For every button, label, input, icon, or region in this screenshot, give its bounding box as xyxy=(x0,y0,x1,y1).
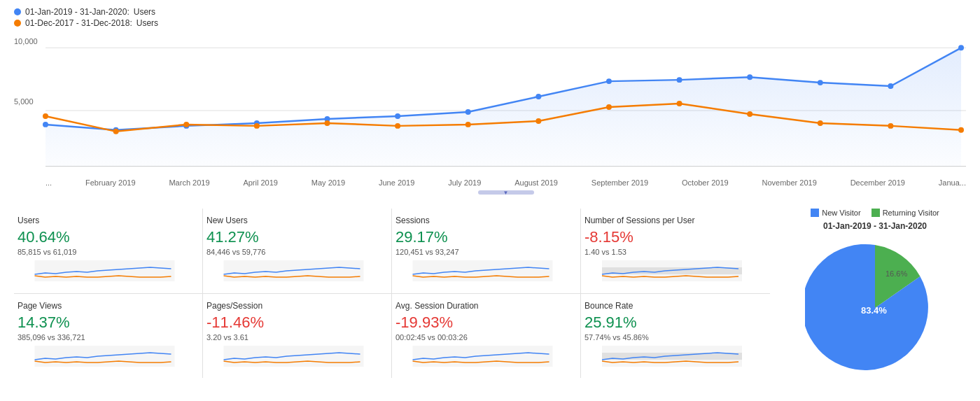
metric-value-2: 29.17% xyxy=(396,228,570,246)
orange-dot xyxy=(677,101,682,106)
x-label-12: Janua... xyxy=(939,178,966,187)
metric-value-1: 41.27% xyxy=(206,228,381,246)
mini-chart-2 xyxy=(396,260,570,281)
orange-dot xyxy=(747,111,752,117)
metric-card-2: Sessions 29.17% 120,451 vs 93,247 xyxy=(392,209,581,294)
metric-title-2: Sessions xyxy=(396,216,570,225)
metric-compare-1: 84,446 vs 59,776 xyxy=(206,248,381,256)
metric-card-7: Bounce Rate 25.91% 57.74% vs 45.86% xyxy=(581,294,770,379)
metric-card-4: Page Views 14.37% 385,096 vs 336,721 xyxy=(14,294,203,379)
orange-dot xyxy=(183,122,189,127)
metric-compare-6: 00:02:45 vs 00:03:26 xyxy=(396,333,570,342)
pie-chart-svg: 83.4% 16.6% xyxy=(805,238,945,378)
orange-dot xyxy=(818,120,823,126)
blue-dot xyxy=(747,74,752,80)
main-chart-svg xyxy=(46,34,966,174)
mini-chart-5 xyxy=(206,346,381,367)
x-label-7: August 2019 xyxy=(514,178,558,187)
pie-legend-new: New Visitor xyxy=(811,209,860,217)
bottom-section: Users 40.64% 85,815 vs 61,019 New Users … xyxy=(0,198,980,388)
pie-chart-container: 83.4% 16.6% xyxy=(805,238,945,378)
blue-dot xyxy=(677,77,682,83)
metric-compare-2: 120,451 vs 93,247 xyxy=(396,248,570,256)
legend-dot-orange xyxy=(14,20,21,27)
metric-card-3: Number of Sessions per User -8.15% 1.40 … xyxy=(581,209,770,294)
pie-legend-returning-dot xyxy=(872,209,880,217)
metric-value-5: -11.46% xyxy=(206,314,381,332)
x-label-4: May 2019 xyxy=(312,178,345,187)
x-label-11: December 2019 xyxy=(850,178,905,187)
orange-dot xyxy=(958,127,964,133)
pie-returning-pct-label: 16.6% xyxy=(886,269,907,278)
pie-legend: New Visitor Returning Visitor xyxy=(811,209,939,217)
mini-chart-container-7 xyxy=(584,346,760,369)
metric-compare-0: 85,815 vs 61,019 xyxy=(18,248,192,256)
blue-area xyxy=(46,48,961,166)
orange-dot xyxy=(606,104,612,110)
mini-chart-0 xyxy=(18,260,192,281)
pie-legend-returning-label: Returning Visitor xyxy=(883,209,939,217)
metric-card-6: Avg. Session Duration -19.93% 00:02:45 v… xyxy=(392,294,581,379)
metric-title-5: Pages/Session xyxy=(206,301,381,311)
blue-dot xyxy=(888,83,893,89)
x-label-5: June 2019 xyxy=(379,178,414,187)
blue-dot xyxy=(43,122,48,127)
legend-label-2: 01-Dec-2017 - 31-Dec-2018: xyxy=(25,18,132,28)
x-label-1: February 2019 xyxy=(85,178,136,187)
metric-card-5: Pages/Session -11.46% 3.20 vs 3.61 xyxy=(203,294,392,379)
mini-chart-6 xyxy=(396,346,570,367)
mini-chart-container-2 xyxy=(396,260,570,283)
metric-value-7: 25.91% xyxy=(584,314,760,332)
orange-dot xyxy=(465,122,471,127)
metric-title-1: New Users xyxy=(206,216,381,225)
orange-dot xyxy=(536,118,541,124)
legend-series-1: Users xyxy=(134,7,155,17)
pie-legend-new-dot xyxy=(811,209,819,217)
blue-dot xyxy=(465,109,471,115)
metric-card-0: Users 40.64% 85,815 vs 61,019 xyxy=(14,209,203,294)
y-label-5000: 5,000 xyxy=(14,97,34,106)
mini-chart-container-3 xyxy=(584,260,760,283)
metric-title-4: Page Views xyxy=(18,301,192,311)
orange-dot xyxy=(324,120,330,126)
pie-section: New Visitor Returning Visitor 01-Jan-201… xyxy=(770,209,966,378)
metric-value-4: 14.37% xyxy=(18,314,192,332)
x-label-9: October 2019 xyxy=(682,178,729,187)
metric-value-6: -19.93% xyxy=(396,314,570,332)
y-label-10000: 10,000 xyxy=(14,37,42,45)
mini-chart-3 xyxy=(584,260,760,281)
legend-item-1: 01-Jan-2019 - 31-Jan-2020: Users xyxy=(14,7,966,17)
mini-chart-7 xyxy=(584,346,760,367)
pie-legend-new-label: New Visitor xyxy=(822,209,860,217)
mini-chart-container-6 xyxy=(396,346,570,369)
blue-dot xyxy=(395,113,400,119)
metric-title-3: Number of Sessions per User xyxy=(584,216,760,225)
x-label-8: September 2019 xyxy=(592,178,648,187)
metric-value-3: -8.15% xyxy=(584,228,760,246)
legend-label-1: 01-Jan-2019 - 31-Jan-2020: xyxy=(25,7,130,17)
blue-dot xyxy=(606,78,612,84)
metric-title-7: Bounce Rate xyxy=(584,301,760,311)
metric-compare-7: 57.74% vs 45.86% xyxy=(584,333,760,342)
mini-chart-1 xyxy=(206,260,381,281)
x-label-2: March 2019 xyxy=(169,178,209,187)
legend-series-2: Users xyxy=(136,18,158,28)
blue-dot xyxy=(818,80,823,85)
blue-dot xyxy=(536,94,541,99)
metric-title-6: Avg. Session Duration xyxy=(396,301,570,311)
x-label-6: July 2019 xyxy=(448,178,481,187)
x-label-0: ... xyxy=(46,178,52,187)
orange-dot xyxy=(395,123,400,129)
orange-dot xyxy=(254,123,260,129)
metric-card-1: New Users 41.27% 84,446 vs 59,776 xyxy=(203,209,392,294)
mini-chart-4 xyxy=(18,346,192,367)
mini-chart-container-0 xyxy=(18,260,192,283)
mini-chart-container-1 xyxy=(206,260,381,283)
orange-dot xyxy=(113,129,119,134)
metric-compare-3: 1.40 vs 1.53 xyxy=(584,248,760,256)
metric-value-0: 40.64% xyxy=(18,228,192,246)
pie-legend-returning: Returning Visitor xyxy=(872,209,939,217)
pie-new-pct-label: 83.4% xyxy=(861,305,887,316)
metric-compare-4: 385,096 vs 336,721 xyxy=(18,333,192,342)
mini-chart-container-4 xyxy=(18,346,192,369)
